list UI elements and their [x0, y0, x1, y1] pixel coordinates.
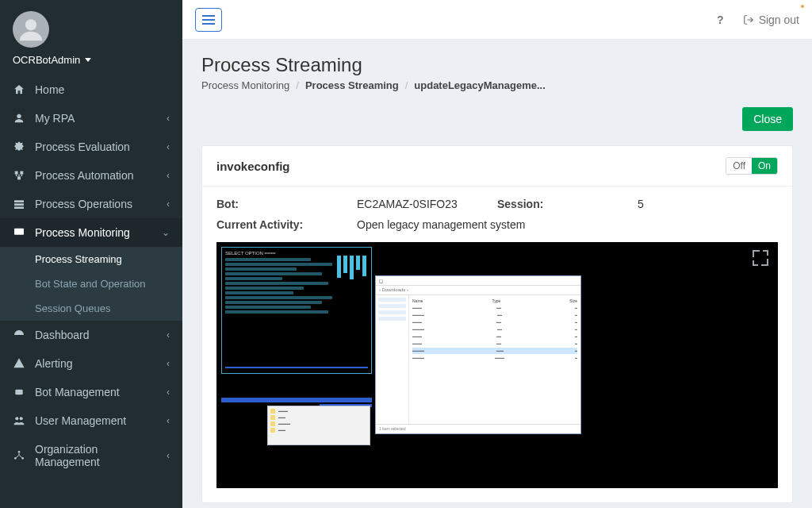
sidebar-nav: Home My RPA ‹ Process Evaluation ‹ Proce… [0, 75, 182, 476]
sidebar-item-process-automation[interactable]: Process Automation ‹ [0, 161, 182, 190]
svg-rect-9 [15, 390, 22, 395]
breadcrumb-current: updateLegacyManageme... [414, 79, 545, 91]
signout-button[interactable]: Sign out [743, 13, 799, 26]
svg-point-12 [15, 417, 18, 420]
person-icon [13, 112, 25, 125]
svg-rect-3 [20, 171, 23, 175]
content: Process Streaming Process Monitoring / P… [182, 40, 812, 508]
sidebar-item-my-rpa[interactable]: My RPA ‹ [0, 104, 182, 133]
toggle-off[interactable]: Off [726, 158, 752, 174]
username-label: OCRBotAdmin [13, 54, 80, 66]
session-label: Session: [497, 198, 569, 210]
sidebar-item-process-monitoring[interactable]: Process Monitoring ⌄ [0, 218, 182, 247]
stream-panel: invokeconfig Off On Bot: EC2AMAZ-0SIFO23… [201, 145, 793, 503]
automation-icon [13, 169, 25, 182]
sidebar-item-label: Home [35, 83, 64, 96]
svg-rect-4 [17, 176, 21, 179]
page-title: Process Streaming [201, 54, 793, 76]
svg-point-10 [17, 391, 18, 393]
sidebar-item-bot-management[interactable]: Bot Management ‹ [0, 378, 182, 406]
sidebar-item-label: Alerting [35, 357, 72, 370]
users-icon [13, 414, 25, 427]
chevron-left-icon: ‹ [167, 113, 170, 124]
remote-terminal-window: SELECT OPTION ==== [221, 247, 372, 374]
sidebar-item-process-operations[interactable]: Process Operations ‹ [0, 190, 182, 218]
sidebar: OCRBotAdmin Home My RPA ‹ Process Evalua… [0, 0, 182, 508]
main-area: ? Sign out Process Streaming Process Mon… [182, 0, 812, 508]
breadcrumb-process-monitoring[interactable]: Process Monitoring [201, 79, 289, 91]
chevron-left-icon: ‹ [167, 198, 170, 210]
breadcrumb-process-streaming[interactable]: Process Streaming [305, 79, 399, 91]
svg-rect-7 [14, 206, 24, 209]
breadcrumb: Process Monitoring / Process Streaming /… [201, 79, 793, 91]
chevron-left-icon: ‹ [167, 387, 170, 398]
chevron-left-icon: ‹ [167, 415, 170, 426]
bot-icon [13, 386, 25, 398]
panel-title: invokeconfig [216, 160, 290, 173]
chevron-left-icon: ‹ [167, 141, 170, 152]
operations-icon [13, 198, 25, 210]
remote-explorer-window: ◻ › Downloads › NameTypeSize ━━━━━━━ ━━━… [375, 275, 581, 434]
chevron-left-icon: ‹ [167, 170, 170, 181]
sidebar-item-process-evaluation[interactable]: Process Evaluation ‹ [0, 133, 182, 161]
user-block: OCRBotAdmin [0, 0, 182, 75]
chevron-left-icon: ‹ [167, 358, 170, 369]
check-badge-icon [13, 140, 25, 153]
alert-icon [13, 357, 25, 370]
activity-label: Current Activity: [216, 218, 335, 231]
breadcc-sep: / [296, 79, 299, 91]
sidebar-submenu-monitoring: Process Streaming Bot State and Operatio… [0, 247, 182, 321]
svg-point-11 [20, 391, 21, 393]
monitor-icon [13, 226, 25, 239]
sidebar-item-label: Process Automation [35, 169, 134, 182]
caret-down-icon [85, 58, 91, 62]
sidebar-item-alerting[interactable]: Alerting ‹ [0, 349, 182, 378]
svg-rect-6 [14, 203, 24, 206]
sidebar-item-label: My RPA [35, 112, 75, 125]
username-dropdown[interactable]: OCRBotAdmin [13, 54, 170, 66]
chevron-left-icon: ‹ [167, 329, 170, 341]
svg-rect-8 [14, 229, 24, 235]
chevron-down-icon: ⌄ [162, 227, 170, 238]
sidebar-item-label: Organization Management [35, 443, 157, 468]
remote-divider [221, 398, 372, 402]
sidebar-sub-process-streaming[interactable]: Process Streaming [0, 247, 182, 271]
sidebar-item-label: Process Monitoring [35, 226, 130, 239]
avatar[interactable] [13, 11, 49, 48]
sidebar-item-label: User Management [35, 414, 126, 427]
svg-point-1 [17, 114, 21, 118]
sidebar-item-label: Process Evaluation [35, 140, 130, 153]
help-icon[interactable]: ? [717, 13, 724, 26]
chevron-left-icon: ‹ [167, 450, 170, 461]
bot-label: Bot: [216, 198, 288, 210]
sidebar-item-organization-management[interactable]: Organization Management ‹ [0, 435, 182, 476]
activity-value: Open legacy management system [357, 218, 525, 231]
sidebar-item-dashboard[interactable]: Dashboard ‹ [0, 321, 182, 349]
sidebar-item-home[interactable]: Home [0, 75, 182, 104]
session-value: 5 [638, 198, 644, 210]
stream-toggle[interactable]: Off On [726, 157, 778, 175]
bot-value: EC2AMAZ-0SIFO23 [357, 198, 458, 210]
toggle-on[interactable]: On [752, 158, 777, 174]
sidebar-sub-session-queues[interactable]: Session Queues [0, 296, 182, 321]
fullscreen-icon[interactable] [753, 250, 768, 266]
notification-dot [801, 5, 804, 8]
home-icon [13, 83, 25, 96]
breadcrumb-sep: / [405, 79, 408, 91]
svg-point-0 [25, 19, 36, 30]
stream-viewport[interactable]: SELECT OPTION ==== ◻ › Down [216, 242, 778, 488]
topbar: ? Sign out [182, 0, 812, 40]
dashboard-icon [13, 329, 25, 341]
sidebar-item-label: Dashboard [35, 329, 90, 341]
svg-rect-5 [14, 200, 24, 202]
svg-rect-2 [15, 171, 18, 175]
close-button[interactable]: Close [742, 107, 793, 131]
org-icon [13, 449, 25, 462]
svg-point-13 [20, 417, 23, 420]
svg-point-14 [18, 451, 21, 453]
signout-label: Sign out [759, 13, 799, 26]
remote-small-window: ━━━━ ━━━ ━━━━━ ━━━ [267, 406, 370, 445]
hamburger-button[interactable] [195, 8, 222, 32]
sidebar-sub-bot-state[interactable]: Bot State and Operation [0, 271, 182, 296]
sidebar-item-user-management[interactable]: User Management ‹ [0, 406, 182, 435]
